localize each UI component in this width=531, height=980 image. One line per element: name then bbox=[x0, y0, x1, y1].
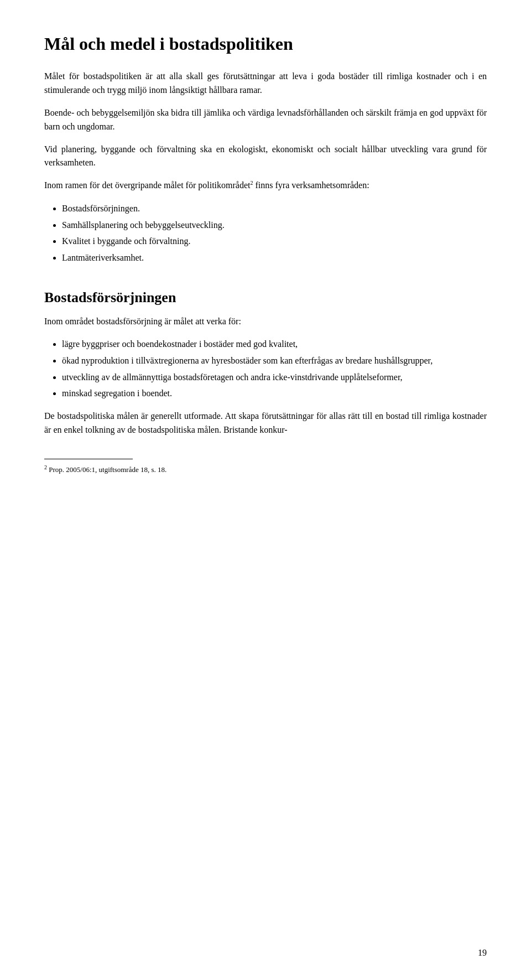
footnote-content: Prop. 2005/06:1, utgiftsområde 18, s. 18… bbox=[49, 466, 166, 474]
list-item: ökad nyproduktion i tillväxtregionerna a… bbox=[62, 354, 487, 368]
list-item: Kvalitet i byggande och förvaltning. bbox=[62, 234, 487, 248]
policy-intro-text: Inom ramen för det övergripande målet fö… bbox=[44, 181, 250, 190]
policy-suffix-text: finns fyra verksamhetsområden: bbox=[253, 181, 369, 190]
list-item: Samhällsplanering och bebyggelseutveckli… bbox=[62, 218, 487, 232]
policy-areas-list: Bostadsförsörjningen. Samhällsplanering … bbox=[62, 201, 487, 265]
footnote-divider bbox=[44, 459, 133, 459]
list-item: Lantmäteriverksamhet. bbox=[62, 251, 487, 265]
policy-areas-intro: Inom ramen för det övergripande målet fö… bbox=[44, 179, 487, 193]
page-container: Mål och medel i bostadspolitiken Målet f… bbox=[0, 0, 531, 980]
list-item: lägre byggpriser och boendekostnader i b… bbox=[62, 337, 487, 351]
intro-paragraph-1: Målet för bostadspolitiken är att alla s… bbox=[44, 70, 487, 97]
footnote-number: 2 bbox=[44, 464, 47, 470]
list-item: Bostadsförsörjningen. bbox=[62, 201, 487, 216]
footnote-text: 2 Prop. 2005/06:1, utgiftsområde 18, s. … bbox=[44, 464, 487, 475]
page-number: 19 bbox=[478, 948, 487, 958]
list-item: minskad segregation i boendet. bbox=[62, 386, 487, 401]
bostadsforsorjning-title: Bostadsförsörjningen bbox=[44, 289, 487, 306]
intro-paragraph-2: Boende- och bebyggelsemiljön ska bidra t… bbox=[44, 106, 487, 134]
page-title: Mål och medel i bostadspolitiken bbox=[44, 33, 487, 54]
bostadsforsorjning-section: Bostadsförsörjningen Inom området bostad… bbox=[44, 289, 487, 437]
bostadsforsorjning-bullets: lägre byggpriser och boendekostnader i b… bbox=[62, 337, 487, 400]
intro-paragraph-3: Vid planering, byggande och förvaltning … bbox=[44, 143, 487, 170]
closing-paragraph: De bostadspolitiska målen är generellt u… bbox=[44, 409, 487, 437]
list-item: utveckling av de allmännyttiga bostadsfö… bbox=[62, 370, 487, 385]
bostadsforsorjning-intro: Inom området bostadsförsörjning är målet… bbox=[44, 315, 487, 329]
